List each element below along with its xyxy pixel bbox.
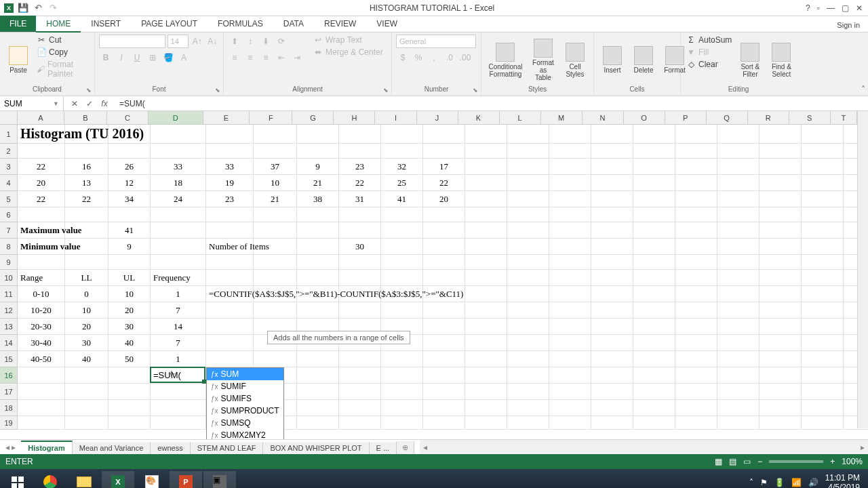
enter-formula-icon[interactable]: ✓ (84, 99, 95, 108)
cell-J5[interactable]: 20 (423, 191, 465, 207)
decrease-font-icon[interactable]: A↓ (205, 35, 219, 48)
autosum-button[interactable]: ΣAutoSum (685, 35, 733, 45)
cell-A12[interactable]: 10-20 (18, 302, 65, 319)
taskbar-chrome[interactable] (34, 471, 66, 488)
merge-center-button[interactable]: ⬌Merge & Center (312, 47, 384, 58)
cell-B12[interactable]: 10 (65, 302, 108, 319)
col-header-I[interactable]: I (375, 111, 416, 124)
tab-data[interactable]: DATA (273, 16, 314, 32)
zoom-in-icon[interactable]: + (830, 457, 835, 466)
decrease-decimal-icon[interactable]: .00 (458, 51, 472, 64)
cell-F3[interactable]: 37 (254, 159, 297, 175)
cell-F4[interactable]: 10 (254, 175, 297, 191)
cell-D5[interactable]: 24 (151, 191, 206, 207)
tab-insert[interactable]: INSERT (81, 16, 131, 32)
cell-E4[interactable]: 19 (206, 175, 254, 191)
percent-icon[interactable]: % (412, 51, 425, 64)
cell-A13[interactable]: 20-30 (18, 319, 65, 335)
cell-J4[interactable]: 22 (423, 175, 465, 191)
row-header-9[interactable]: 9 (0, 255, 17, 270)
row-header-16[interactable]: 16 (0, 367, 17, 384)
row-header-12[interactable]: 12 (0, 302, 17, 319)
cell-C12[interactable]: 20 (108, 302, 151, 319)
cell-B4[interactable]: 13 (65, 175, 108, 191)
grid[interactable]: Histogram (TU 2016)221626333337923321720… (18, 125, 857, 428)
align-right-icon[interactable]: ≡ (259, 51, 273, 64)
col-header-K[interactable]: K (458, 111, 500, 124)
maximize-icon[interactable]: ▢ (842, 3, 849, 13)
view-pagelayout-icon[interactable]: ▤ (729, 457, 736, 466)
cell-D14[interactable]: 7 (151, 335, 206, 351)
autocomplete-item[interactable]: ƒxSUMIF (207, 380, 283, 392)
align-middle-icon[interactable]: ↕ (243, 35, 257, 48)
tab-view[interactable]: VIEW (366, 16, 408, 32)
cell-B11[interactable]: 0 (65, 286, 108, 302)
cell-I4[interactable]: 25 (381, 175, 423, 191)
row-header-17[interactable]: 17 (0, 384, 17, 400)
tab-review[interactable]: REVIEW (314, 16, 366, 32)
launcher-icon[interactable]: ⬊ (471, 86, 479, 94)
tray-battery-icon[interactable]: 🔋 (774, 478, 785, 487)
row-header-14[interactable]: 14 (0, 335, 17, 351)
cell-E8[interactable]: Number of Items (206, 239, 272, 255)
conditional-formatting-button[interactable]: Conditional Formatting (486, 35, 526, 85)
insert-function-icon[interactable]: fx (99, 99, 110, 108)
tab-file[interactable]: FILE (0, 16, 36, 32)
sort-filter-button[interactable]: Sort & Filter (736, 35, 764, 85)
close-icon[interactable]: ✕ (856, 3, 863, 13)
cell-G3[interactable]: 9 (297, 159, 339, 175)
cancel-formula-icon[interactable]: ✕ (69, 99, 80, 108)
formula-input[interactable]: =SUM( (115, 98, 868, 110)
zoom-slider[interactable] (769, 460, 823, 463)
format-as-table-button[interactable]: Format as Table (528, 35, 558, 85)
cell-C14[interactable]: 40 (108, 335, 151, 351)
row-header-19[interactable]: 19 (0, 416, 17, 430)
col-header-L[interactable]: L (500, 111, 541, 124)
tab-formulas[interactable]: FORMULAS (208, 16, 273, 32)
comma-icon[interactable]: , (427, 51, 441, 64)
tab-pagelayout[interactable]: PAGE LAYOUT (131, 16, 208, 32)
tray-network-icon[interactable]: 📶 (791, 478, 802, 487)
select-all-button[interactable] (0, 111, 18, 125)
row-header-13[interactable]: 13 (0, 319, 17, 335)
taskbar-app[interactable]: ▣ (203, 471, 236, 488)
col-header-D[interactable]: D (149, 111, 203, 124)
row-header-1[interactable]: 1 (0, 125, 17, 144)
launcher-icon[interactable]: ⬊ (214, 86, 222, 94)
cell-A5[interactable]: 22 (18, 191, 65, 207)
cell-C13[interactable]: 30 (108, 319, 151, 335)
row-header-4[interactable]: 4 (0, 175, 17, 191)
taskbar-paint[interactable]: 🎨 (136, 471, 168, 488)
row-header-7[interactable]: 7 (0, 222, 17, 239)
cell-B15[interactable]: 40 (65, 351, 108, 367)
row-header-2[interactable]: 2 (0, 144, 17, 159)
col-header-E[interactable]: E (203, 111, 250, 124)
launcher-icon[interactable]: ⬊ (85, 86, 93, 94)
col-header-C[interactable]: C (107, 111, 149, 124)
view-normal-icon[interactable]: ▦ (715, 457, 722, 466)
cell-E5[interactable]: 23 (206, 191, 254, 207)
sheet-tab[interactable]: STEM AND LEAF (191, 442, 264, 454)
cell-B5[interactable]: 22 (65, 191, 108, 207)
cell-G5[interactable]: 38 (297, 191, 339, 207)
autocomplete-item[interactable]: ƒxSUMSQ (207, 417, 283, 429)
save-icon[interactable]: 💾 (18, 3, 28, 14)
cell-A8[interactable]: Minimum value (18, 239, 108, 255)
col-header-H[interactable]: H (334, 111, 375, 124)
col-header-P[interactable]: P (665, 111, 707, 124)
minimize-icon[interactable]: — (827, 3, 835, 13)
sheet-tab[interactable]: Histogram (21, 441, 72, 454)
paste-button[interactable]: Paste (4, 35, 33, 85)
col-header-G[interactable]: G (292, 111, 334, 124)
cell-H5[interactable]: 31 (339, 191, 381, 207)
taskbar-powerpoint[interactable]: P (170, 471, 202, 488)
align-bottom-icon[interactable]: ⬇ (259, 35, 273, 48)
name-box[interactable]: SUM▼ (0, 96, 64, 110)
cell-C8[interactable]: 9 (108, 239, 151, 255)
cell-B10[interactable]: LL (65, 270, 108, 286)
cell-D16[interactable]: =SUM( (151, 367, 206, 384)
autocomplete-item[interactable]: ƒxSUMX2MY2 (207, 429, 283, 439)
cell-I3[interactable]: 32 (381, 159, 423, 175)
cell-C4[interactable]: 12 (108, 175, 151, 191)
wrap-text-button[interactable]: ↩Wrap Text (312, 35, 384, 45)
